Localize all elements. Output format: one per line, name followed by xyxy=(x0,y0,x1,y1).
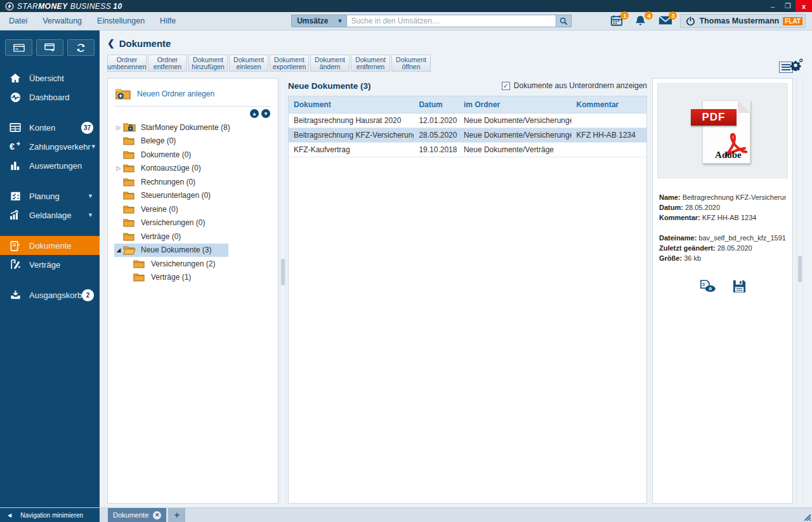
right-scrollbar[interactable] xyxy=(797,78,803,504)
tree-item-starmoney-dokumente[interactable]: ▷ StarMoney Dokumente (8) xyxy=(114,121,273,134)
cell-im-ordner: Neue Dokumente/Versicherungen xyxy=(459,113,572,127)
move-down-button[interactable]: ▼ xyxy=(261,109,270,118)
calendar-notification[interactable]: 1 xyxy=(610,15,624,27)
dokument-einlesen-button[interactable]: Dokument einlesen xyxy=(229,55,268,72)
konten-count-badge: 37 xyxy=(81,122,93,134)
dokument-hinzufuegen-button[interactable]: Dokument hinzufügen xyxy=(188,55,228,72)
minimize-navigation-button[interactable]: ◀ Navigation minimieren xyxy=(0,508,100,522)
tree-item-vereine[interactable]: Vereine (0) xyxy=(114,202,273,216)
table-row[interactable]: Beitragsrechnung Hausrat 2020 12.01.2020… xyxy=(289,113,646,127)
column-header-dokument[interactable]: Dokument xyxy=(289,96,414,113)
resize-grip[interactable] xyxy=(802,512,811,521)
tree-item-label: Verträge (0) xyxy=(141,232,181,241)
expander-collapsed-icon[interactable]: ▷ xyxy=(114,124,123,131)
column-header-datum[interactable]: Datum xyxy=(414,96,459,113)
restore-button[interactable]: ❐ xyxy=(780,0,796,12)
euro-transfer-icon: € xyxy=(9,141,22,152)
scrollbar-thumb[interactable] xyxy=(281,259,285,285)
sidebar-item-auswertungen[interactable]: Auswertungen xyxy=(0,156,100,175)
tree-item-neue-vertraege[interactable]: Verträge (1) xyxy=(114,271,273,285)
bell-notification[interactable]: 4 xyxy=(634,15,648,27)
ordner-entfernen-button[interactable]: Ordner entfernen xyxy=(148,55,187,72)
search-button[interactable] xyxy=(556,15,572,27)
tree-item-steuerunterlagen[interactable]: Steuerunterlagen (0) xyxy=(114,189,273,203)
sidebar-quick-buttons xyxy=(0,30,100,62)
menu-hilfe[interactable]: Hilfe xyxy=(152,16,183,25)
sidebar-item-label: Zahlungsverkehr xyxy=(29,142,91,152)
mail-badge: 3 xyxy=(669,11,677,20)
column-header-kommentar[interactable]: Kommentar xyxy=(572,96,646,113)
tree-item-neue-versicherungen[interactable]: Versicherungen (2) xyxy=(114,257,273,271)
new-folder-link[interactable]: Neuen Ordner anlegen xyxy=(114,85,273,106)
contracts-icon xyxy=(9,259,22,270)
sidebar-item-konten[interactable]: Konten 37 xyxy=(0,118,100,137)
notification-icons: 1 4 3 xyxy=(610,15,672,27)
sidebar-item-planung[interactable]: Planung ▼ xyxy=(0,186,100,206)
sidebar-item-geldanlage[interactable]: Geldanlage ▼ xyxy=(0,206,100,225)
search-scope-dropdown[interactable]: Umsätze ▼ xyxy=(291,15,347,27)
adobe-label: Adobe® xyxy=(715,150,745,160)
detail-label: Dateiname: xyxy=(659,234,697,242)
add-tab-button[interactable]: + xyxy=(168,508,185,522)
sidebar-item-zahlungsverkehr[interactable]: € Zahlungsverkehr ▼ xyxy=(0,137,100,156)
tree-item-kontoauszuege[interactable]: ▷ Kontoauszüge (0) xyxy=(114,162,273,176)
tab-close-icon[interactable]: ✕ xyxy=(153,511,161,519)
table-row[interactable]: KFZ-Kaufvertrag 19.10.2018 Neue Dokument… xyxy=(289,142,646,157)
detail-label: Kommentar: xyxy=(659,214,700,221)
tree-item-neue-dokumente[interactable]: ◢ Neue Dokumente (3) xyxy=(114,244,228,258)
back-chevron-icon[interactable]: ❮ xyxy=(107,38,115,48)
planning-icon xyxy=(9,191,22,201)
expander-expanded-icon[interactable]: ◢ xyxy=(114,247,123,253)
dokument-aendern-button[interactable]: Dokument ändern xyxy=(310,55,350,72)
tree-item-dokumente[interactable]: Dokumente (0) xyxy=(114,148,273,162)
user-menu[interactable]: Thomas Mustermann FLAT xyxy=(680,14,806,28)
subfolder-checkbox-group[interactable]: ✓ Dokumente aus Unterordnern anzeigen xyxy=(502,81,647,90)
tab-dokumente[interactable]: Dokumente ✕ xyxy=(108,508,166,522)
sidebar-item-dashboard[interactable]: Dashboard xyxy=(0,88,100,107)
tree-scrollbar[interactable] xyxy=(280,78,286,504)
document-eye-icon xyxy=(700,280,716,293)
sidebar-item-label: Ausgangskorb xyxy=(29,290,82,300)
move-up-button[interactable]: ▲ xyxy=(250,109,259,118)
tree-item-versicherungen[interactable]: Versicherungen (0) xyxy=(114,216,273,230)
minimize-button[interactable]: – xyxy=(765,0,780,12)
tree-item-rechnungen[interactable]: Rechnungen (0) xyxy=(114,175,273,189)
detail-value: 28.05.2020 xyxy=(685,204,720,211)
sidebar-item-label: Verträge xyxy=(29,260,60,270)
tree-item-belege[interactable]: Belege (0) xyxy=(114,134,273,148)
mail-notification[interactable]: 3 xyxy=(658,15,672,27)
tree-item-vertraege[interactable]: Verträge (0) xyxy=(114,230,273,244)
expander-collapsed-icon[interactable]: ▷ xyxy=(114,165,123,171)
sidebar-item-dokumente[interactable]: Dokumente xyxy=(0,236,100,255)
folder-icon xyxy=(133,259,146,268)
dokument-exportieren-button[interactable]: Dokument exportieren xyxy=(270,55,309,72)
list-title: Neue Dokumente (3) xyxy=(288,81,371,91)
pdf-preview-box: Adobe® PDF xyxy=(657,83,788,178)
sidebar-item-uebersicht[interactable]: Übersicht xyxy=(0,69,100,88)
close-button[interactable]: x xyxy=(796,0,812,12)
sync-button[interactable] xyxy=(67,39,95,56)
transfer-button[interactable] xyxy=(36,39,63,56)
dokument-entfernen-button[interactable]: Dokument entfernen xyxy=(351,55,390,72)
menu-einstellungen[interactable]: Einstellungen xyxy=(89,16,152,25)
menu-verwaltung[interactable]: Verwaltung xyxy=(35,16,89,25)
scrollbar-thumb[interactable] xyxy=(798,256,802,282)
column-header-im-ordner[interactable]: im Ordner xyxy=(459,96,572,113)
table-row-selected[interactable]: Beitragsrechnung KFZ-Versicherung 2020 2… xyxy=(289,127,646,142)
menu-datei[interactable]: Datei xyxy=(9,16,35,25)
window-controls: – ❐ x xyxy=(765,0,812,12)
save-document-button[interactable] xyxy=(733,280,746,293)
checkbox-checked-icon[interactable]: ✓ xyxy=(502,82,510,90)
sidebar-item-ausgangskorb[interactable]: Ausgangskorb 2 xyxy=(0,285,100,304)
tree-item-label: Vereine (0) xyxy=(141,205,178,214)
search-input[interactable] xyxy=(347,15,556,27)
dokument-oeffnen-button[interactable]: Dokument öffnen xyxy=(391,55,431,72)
ordner-umbenennen-button[interactable]: Ordner umbenennen xyxy=(107,55,147,72)
sidebar-item-vertraege[interactable]: Verträge xyxy=(0,255,100,274)
card-button[interactable] xyxy=(5,39,32,56)
folder-tree-panel: Neuen Ordner anlegen ▲ ▼ ▷ StarMoney Dok… xyxy=(107,78,278,504)
sidebar-item-label: Dokumente xyxy=(29,241,71,251)
open-preview-button[interactable] xyxy=(700,280,716,293)
settings-gear-button[interactable] xyxy=(789,58,803,71)
logo-money: MONEY xyxy=(38,2,68,11)
